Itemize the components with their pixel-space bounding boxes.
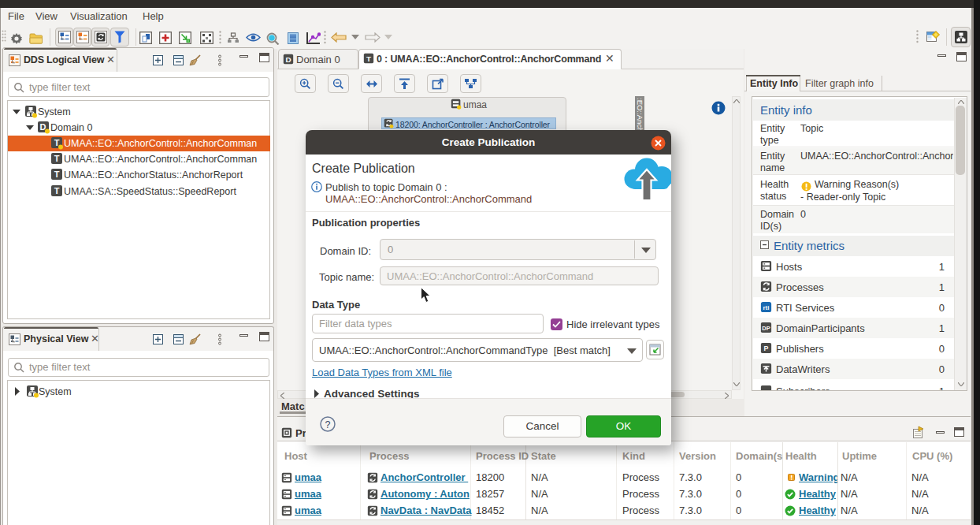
svg-text:rti: rti — [763, 304, 770, 311]
svg-text:T: T — [54, 154, 60, 163]
svg-text:?: ? — [325, 419, 331, 430]
svg-text:D: D — [285, 55, 291, 64]
svg-text:T: T — [54, 169, 60, 179]
svg-text:P: P — [764, 344, 769, 352]
svg-text:DP: DP — [762, 325, 770, 332]
svg-text:T: T — [54, 186, 60, 195]
svg-text:T: T — [366, 54, 371, 63]
